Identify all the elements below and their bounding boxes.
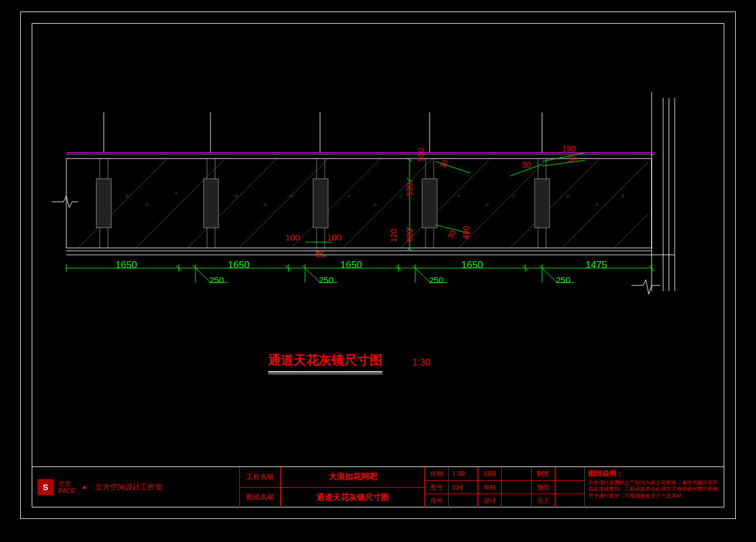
tb-drawing-no: 034 [449, 484, 477, 491]
svg-line-68 [305, 268, 320, 283]
dim-h-1: 1650 [115, 259, 137, 271]
svg-line-66 [195, 268, 210, 283]
dim-530: 530 [405, 183, 414, 196]
logo-mark: S [37, 479, 54, 495]
dim-100-r: 100 [327, 232, 341, 242]
drawing-title: 通道天花灰镜尺寸图 [268, 352, 382, 374]
dim-190: 190 [562, 144, 576, 153]
svg-point-42 [175, 192, 177, 194]
svg-rect-35 [96, 179, 111, 228]
studio-name: 立方空间设计工作室 [95, 482, 163, 492]
dim-490: 490 [461, 226, 471, 239]
svg-point-51 [512, 195, 514, 197]
dim-gap-4: 250 [556, 275, 570, 285]
svg-point-41 [146, 204, 148, 206]
svg-point-52 [567, 195, 569, 197]
dim-gap-3: 250 [429, 275, 443, 285]
svg-rect-37 [313, 179, 328, 228]
svg-point-46 [348, 195, 350, 197]
logo-brand: 立方 PACE [58, 480, 75, 494]
svg-rect-38 [422, 179, 437, 228]
studio-logo: S 立方 PACE ● 立方空间设计工作室 [32, 467, 240, 507]
dim-gap-1: 250 [209, 275, 224, 285]
svg-line-29 [343, 159, 432, 248]
svg-line-26 [187, 159, 277, 248]
svg-line-72 [542, 268, 557, 283]
drawing-title-text: 通道天花灰镜尺寸图 [268, 353, 382, 367]
svg-point-43 [235, 195, 238, 197]
tb-notes: 图纸说明： 所有设计及图样之产权均为本公司所有，未经书面同意不得采用或复印。工程… [584, 467, 724, 507]
dim-100-l: 100 [285, 232, 300, 242]
svg-point-50 [486, 204, 488, 206]
tb-header-block: 工程名稱 大浪如花网吧 图紙名稱 通道天花灰镜尺寸图 [240, 467, 424, 507]
dim-gap-2: 250 [319, 275, 333, 285]
drawing-svg [32, 23, 724, 438]
svg-rect-36 [204, 179, 219, 228]
svg-point-54 [622, 195, 624, 197]
notes-body: 所有设计及图样之产权均为本公司所有，未经书面同意不得采用或复印。工程承建单位必须… [588, 480, 721, 500]
notes-title: 图纸说明： [588, 469, 721, 479]
tb-grid: 比例1:30 图号034 序号 日期 审核 设计 制图 预算 业主 [424, 467, 584, 507]
cad-drawing-page: 1650 1650 1650 1650 1475 250 250 250 250… [0, 0, 756, 542]
svg-line-24 [78, 159, 167, 248]
project-name-label: 工程名稱 [240, 467, 281, 487]
drawing-name: 通道天花灰镜尺寸图 [281, 488, 424, 508]
dim-h-4: 1650 [461, 259, 483, 271]
drawing-canvas: 1650 1650 1650 1650 1475 250 250 250 250… [32, 23, 724, 467]
svg-point-44 [264, 204, 266, 206]
svg-point-47 [374, 204, 376, 206]
svg-point-48 [400, 195, 402, 197]
svg-point-40 [126, 195, 128, 197]
dim-550: 550 [416, 148, 426, 161]
svg-line-34 [614, 213, 649, 248]
svg-line-30 [401, 159, 490, 248]
svg-rect-11 [66, 159, 652, 248]
dim-50: 50 [315, 250, 325, 259]
drawing-scale: 1:30 [412, 357, 430, 368]
svg-line-70 [415, 268, 430, 283]
dim-h-3: 1650 [340, 259, 362, 271]
tb-scale: 1:30 [449, 470, 477, 477]
dim-120: 120 [389, 229, 398, 242]
svg-line-81 [542, 160, 585, 166]
dim-30c: 30 [522, 160, 531, 170]
title-block: S 立方 PACE ● 立方空间设计工作室 工程名稱 大浪如花网吧 图紙名稱 通… [32, 466, 724, 507]
svg-point-53 [596, 204, 598, 206]
svg-point-49 [457, 195, 460, 197]
dim-h-2: 1650 [228, 259, 250, 271]
dim-30d: 30 [568, 155, 577, 164]
dim-h-5: 1475 [585, 259, 607, 271]
svg-rect-39 [535, 179, 550, 228]
dim-600: 600 [405, 229, 414, 242]
svg-line-33 [562, 161, 649, 248]
drawing-name-label: 图紙名稱 [240, 488, 281, 508]
svg-line-80 [542, 153, 585, 161]
svg-line-32 [510, 159, 600, 248]
project-name: 大浪如花网吧 [281, 467, 424, 487]
